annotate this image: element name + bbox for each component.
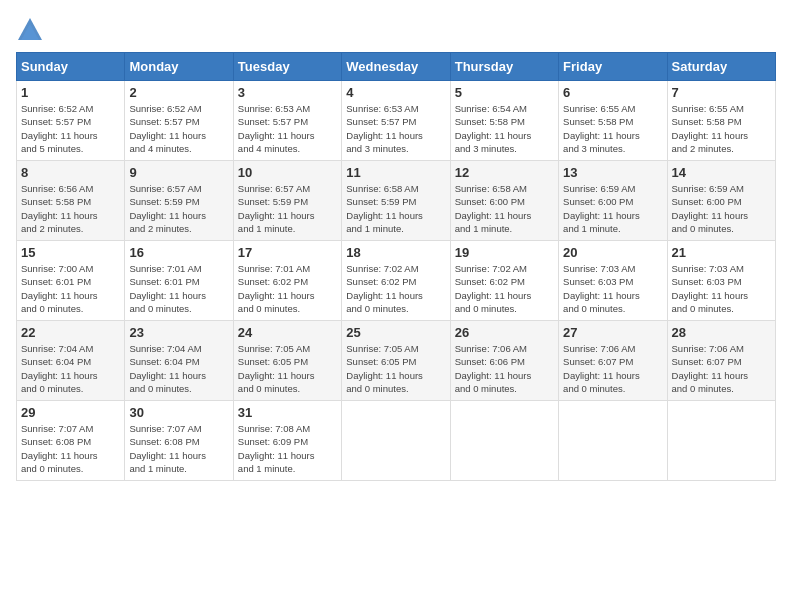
- day-number: 17: [238, 245, 337, 260]
- calendar-week-5: 29Sunrise: 7:07 AM Sunset: 6:08 PM Dayli…: [17, 401, 776, 481]
- calendar-cell: 4Sunrise: 6:53 AM Sunset: 5:57 PM Daylig…: [342, 81, 450, 161]
- calendar-cell: 26Sunrise: 7:06 AM Sunset: 6:06 PM Dayli…: [450, 321, 558, 401]
- calendar-body: 1Sunrise: 6:52 AM Sunset: 5:57 PM Daylig…: [17, 81, 776, 481]
- day-info: Sunrise: 7:03 AM Sunset: 6:03 PM Dayligh…: [672, 262, 771, 315]
- calendar-cell: 11Sunrise: 6:58 AM Sunset: 5:59 PM Dayli…: [342, 161, 450, 241]
- day-info: Sunrise: 7:01 AM Sunset: 6:01 PM Dayligh…: [129, 262, 228, 315]
- calendar-cell: 21Sunrise: 7:03 AM Sunset: 6:03 PM Dayli…: [667, 241, 775, 321]
- calendar-cell: 8Sunrise: 6:56 AM Sunset: 5:58 PM Daylig…: [17, 161, 125, 241]
- day-number: 7: [672, 85, 771, 100]
- day-info: Sunrise: 7:06 AM Sunset: 6:06 PM Dayligh…: [455, 342, 554, 395]
- calendar-cell: 14Sunrise: 6:59 AM Sunset: 6:00 PM Dayli…: [667, 161, 775, 241]
- day-number: 27: [563, 325, 662, 340]
- day-number: 6: [563, 85, 662, 100]
- day-info: Sunrise: 7:06 AM Sunset: 6:07 PM Dayligh…: [563, 342, 662, 395]
- calendar-cell: 22Sunrise: 7:04 AM Sunset: 6:04 PM Dayli…: [17, 321, 125, 401]
- day-info: Sunrise: 6:56 AM Sunset: 5:58 PM Dayligh…: [21, 182, 120, 235]
- day-number: 11: [346, 165, 445, 180]
- calendar-cell: [450, 401, 558, 481]
- calendar-cell: 19Sunrise: 7:02 AM Sunset: 6:02 PM Dayli…: [450, 241, 558, 321]
- calendar-cell: 2Sunrise: 6:52 AM Sunset: 5:57 PM Daylig…: [125, 81, 233, 161]
- header-day-sunday: Sunday: [17, 53, 125, 81]
- calendar-cell: 23Sunrise: 7:04 AM Sunset: 6:04 PM Dayli…: [125, 321, 233, 401]
- day-info: Sunrise: 7:01 AM Sunset: 6:02 PM Dayligh…: [238, 262, 337, 315]
- calendar-week-4: 22Sunrise: 7:04 AM Sunset: 6:04 PM Dayli…: [17, 321, 776, 401]
- day-number: 1: [21, 85, 120, 100]
- day-info: Sunrise: 7:02 AM Sunset: 6:02 PM Dayligh…: [455, 262, 554, 315]
- header-day-wednesday: Wednesday: [342, 53, 450, 81]
- day-info: Sunrise: 7:02 AM Sunset: 6:02 PM Dayligh…: [346, 262, 445, 315]
- day-number: 15: [21, 245, 120, 260]
- day-number: 12: [455, 165, 554, 180]
- day-info: Sunrise: 7:03 AM Sunset: 6:03 PM Dayligh…: [563, 262, 662, 315]
- calendar-cell: [559, 401, 667, 481]
- day-number: 5: [455, 85, 554, 100]
- header-day-friday: Friday: [559, 53, 667, 81]
- calendar-cell: 29Sunrise: 7:07 AM Sunset: 6:08 PM Dayli…: [17, 401, 125, 481]
- calendar-cell: 24Sunrise: 7:05 AM Sunset: 6:05 PM Dayli…: [233, 321, 341, 401]
- calendar-week-1: 1Sunrise: 6:52 AM Sunset: 5:57 PM Daylig…: [17, 81, 776, 161]
- calendar-cell: 30Sunrise: 7:07 AM Sunset: 6:08 PM Dayli…: [125, 401, 233, 481]
- calendar-cell: 31Sunrise: 7:08 AM Sunset: 6:09 PM Dayli…: [233, 401, 341, 481]
- day-info: Sunrise: 7:08 AM Sunset: 6:09 PM Dayligh…: [238, 422, 337, 475]
- day-info: Sunrise: 6:52 AM Sunset: 5:57 PM Dayligh…: [129, 102, 228, 155]
- day-info: Sunrise: 7:05 AM Sunset: 6:05 PM Dayligh…: [346, 342, 445, 395]
- day-number: 2: [129, 85, 228, 100]
- day-info: Sunrise: 6:59 AM Sunset: 6:00 PM Dayligh…: [563, 182, 662, 235]
- calendar-cell: 28Sunrise: 7:06 AM Sunset: 6:07 PM Dayli…: [667, 321, 775, 401]
- day-number: 31: [238, 405, 337, 420]
- day-number: 23: [129, 325, 228, 340]
- day-number: 29: [21, 405, 120, 420]
- calendar-cell: 20Sunrise: 7:03 AM Sunset: 6:03 PM Dayli…: [559, 241, 667, 321]
- calendar-week-2: 8Sunrise: 6:56 AM Sunset: 5:58 PM Daylig…: [17, 161, 776, 241]
- calendar-cell: 10Sunrise: 6:57 AM Sunset: 5:59 PM Dayli…: [233, 161, 341, 241]
- calendar-cell: 12Sunrise: 6:58 AM Sunset: 6:00 PM Dayli…: [450, 161, 558, 241]
- logo-icon: [16, 16, 44, 44]
- day-info: Sunrise: 6:53 AM Sunset: 5:57 PM Dayligh…: [346, 102, 445, 155]
- calendar-cell: 1Sunrise: 6:52 AM Sunset: 5:57 PM Daylig…: [17, 81, 125, 161]
- day-info: Sunrise: 7:05 AM Sunset: 6:05 PM Dayligh…: [238, 342, 337, 395]
- header-day-tuesday: Tuesday: [233, 53, 341, 81]
- day-info: Sunrise: 6:55 AM Sunset: 5:58 PM Dayligh…: [672, 102, 771, 155]
- calendar-cell: 15Sunrise: 7:00 AM Sunset: 6:01 PM Dayli…: [17, 241, 125, 321]
- page-header: [16, 16, 776, 44]
- day-number: 10: [238, 165, 337, 180]
- day-number: 9: [129, 165, 228, 180]
- day-number: 26: [455, 325, 554, 340]
- calendar-cell: 6Sunrise: 6:55 AM Sunset: 5:58 PM Daylig…: [559, 81, 667, 161]
- day-info: Sunrise: 6:58 AM Sunset: 6:00 PM Dayligh…: [455, 182, 554, 235]
- header-row: SundayMondayTuesdayWednesdayThursdayFrid…: [17, 53, 776, 81]
- day-number: 22: [21, 325, 120, 340]
- day-info: Sunrise: 6:54 AM Sunset: 5:58 PM Dayligh…: [455, 102, 554, 155]
- day-number: 28: [672, 325, 771, 340]
- day-info: Sunrise: 7:06 AM Sunset: 6:07 PM Dayligh…: [672, 342, 771, 395]
- day-number: 4: [346, 85, 445, 100]
- day-info: Sunrise: 6:53 AM Sunset: 5:57 PM Dayligh…: [238, 102, 337, 155]
- day-info: Sunrise: 6:55 AM Sunset: 5:58 PM Dayligh…: [563, 102, 662, 155]
- day-info: Sunrise: 6:58 AM Sunset: 5:59 PM Dayligh…: [346, 182, 445, 235]
- calendar-cell: 9Sunrise: 6:57 AM Sunset: 5:59 PM Daylig…: [125, 161, 233, 241]
- day-info: Sunrise: 6:57 AM Sunset: 5:59 PM Dayligh…: [129, 182, 228, 235]
- calendar-cell: 7Sunrise: 6:55 AM Sunset: 5:58 PM Daylig…: [667, 81, 775, 161]
- calendar-week-3: 15Sunrise: 7:00 AM Sunset: 6:01 PM Dayli…: [17, 241, 776, 321]
- calendar-cell: [342, 401, 450, 481]
- day-number: 24: [238, 325, 337, 340]
- calendar-cell: 25Sunrise: 7:05 AM Sunset: 6:05 PM Dayli…: [342, 321, 450, 401]
- header-day-monday: Monday: [125, 53, 233, 81]
- day-info: Sunrise: 7:00 AM Sunset: 6:01 PM Dayligh…: [21, 262, 120, 315]
- calendar-cell: 18Sunrise: 7:02 AM Sunset: 6:02 PM Dayli…: [342, 241, 450, 321]
- day-number: 30: [129, 405, 228, 420]
- calendar-cell: 17Sunrise: 7:01 AM Sunset: 6:02 PM Dayli…: [233, 241, 341, 321]
- day-info: Sunrise: 7:07 AM Sunset: 6:08 PM Dayligh…: [129, 422, 228, 475]
- calendar-table: SundayMondayTuesdayWednesdayThursdayFrid…: [16, 52, 776, 481]
- header-day-thursday: Thursday: [450, 53, 558, 81]
- day-info: Sunrise: 7:04 AM Sunset: 6:04 PM Dayligh…: [21, 342, 120, 395]
- day-number: 21: [672, 245, 771, 260]
- day-number: 3: [238, 85, 337, 100]
- day-info: Sunrise: 7:04 AM Sunset: 6:04 PM Dayligh…: [129, 342, 228, 395]
- logo: [16, 16, 48, 44]
- calendar-header: SundayMondayTuesdayWednesdayThursdayFrid…: [17, 53, 776, 81]
- calendar-cell: 3Sunrise: 6:53 AM Sunset: 5:57 PM Daylig…: [233, 81, 341, 161]
- day-number: 19: [455, 245, 554, 260]
- day-info: Sunrise: 6:52 AM Sunset: 5:57 PM Dayligh…: [21, 102, 120, 155]
